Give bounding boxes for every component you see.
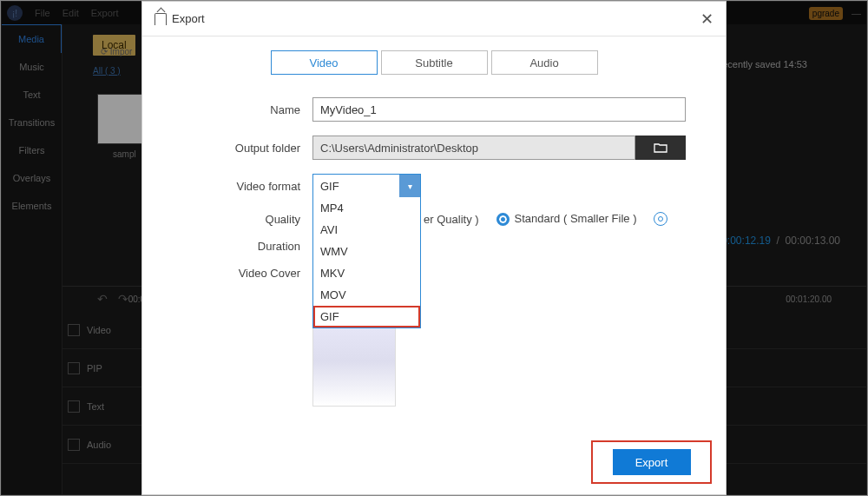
name-input[interactable]	[312, 97, 686, 122]
format-option-mkv[interactable]: MKV	[313, 262, 420, 284]
export-button[interactable]: Export	[613, 449, 691, 475]
chevron-down-icon: ▾	[399, 175, 420, 197]
output-folder-input[interactable]	[312, 136, 635, 160]
output-folder-label: Output folder	[182, 142, 312, 155]
format-option-mp4[interactable]: MP4	[313, 197, 420, 219]
quality-hint-text: er Quality )	[424, 213, 479, 226]
tab-video[interactable]: Video	[271, 50, 378, 75]
format-option-wmv[interactable]: WMV	[313, 241, 420, 262]
dialog-title: Export	[172, 12, 205, 25]
video-format-select[interactable]: GIF ▾	[312, 174, 421, 198]
close-icon[interactable]: ✕	[700, 10, 713, 29]
folder-icon	[654, 142, 667, 153]
browse-folder-button[interactable]	[635, 136, 686, 160]
tab-audio[interactable]: Audio	[491, 50, 598, 75]
format-option-gif[interactable]: GIF	[313, 306, 420, 327]
format-option-avi[interactable]: AVI	[313, 219, 420, 241]
settings-gear-icon[interactable]	[654, 212, 667, 226]
name-label: Name	[182, 103, 312, 116]
tab-subtitle[interactable]: Subtitle	[381, 50, 488, 75]
duration-label: Duration	[182, 240, 312, 253]
export-icon	[155, 13, 167, 25]
format-option-mov[interactable]: MOV	[313, 284, 420, 306]
quality-standard-radio[interactable]: Standard ( Smaller File )	[496, 212, 637, 226]
video-format-label: Video format	[182, 180, 312, 193]
quality-label: Quality	[182, 213, 312, 226]
format-dropdown: MP4 AVI WMV MKV MOV GIF	[312, 197, 421, 328]
export-dialog: Export ✕ Video Subtitle Audio Name Outpu…	[141, 1, 727, 495]
video-cover-label: Video Cover	[182, 267, 312, 280]
export-highlight-box: Export	[591, 440, 712, 484]
